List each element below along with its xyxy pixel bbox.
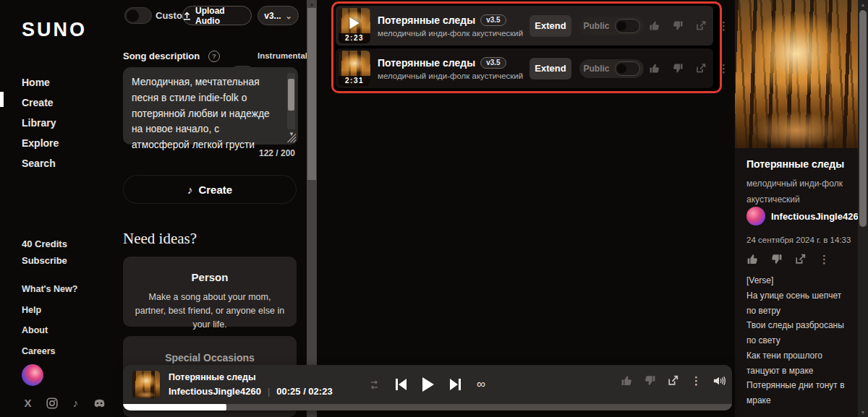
progress-bar[interactable] [123, 404, 732, 410]
textarea-scrollbar[interactable] [287, 73, 295, 129]
about-link[interactable]: About [22, 320, 77, 341]
tiktok-icon[interactable]: ♪ [69, 397, 82, 409]
duration-badge: 2:23 [339, 33, 370, 43]
song-thumbnail[interactable]: 2:23 [339, 8, 370, 43]
active-nav-indicator [0, 92, 4, 107]
player-time: 00:25 / 02:23 [276, 386, 332, 397]
share-icon[interactable] [694, 62, 707, 74]
song-description-value: Мелодичная, мечтательная песня в стиле i… [132, 74, 276, 153]
song-meta: Потерянные следы v3.5 мелодичный инди-фо… [378, 14, 522, 38]
author-name[interactable]: InfectiousJingle4260 [771, 211, 864, 222]
player-progress-fill [123, 404, 226, 410]
scrollbar-thumb[interactable] [288, 79, 294, 111]
upload-audio-label: Upload Audio [195, 6, 251, 26]
kebab-menu-icon[interactable]: ⋮ [818, 253, 830, 265]
infinity-icon[interactable]: ∞ [477, 377, 485, 392]
thumbs-up-icon[interactable] [746, 253, 759, 265]
play-icon[interactable] [350, 17, 359, 29]
play-button[interactable] [422, 377, 434, 392]
public-toggle[interactable] [615, 19, 640, 33]
song-title[interactable]: Потерянные следы [378, 57, 475, 69]
instagram-icon[interactable] [46, 397, 58, 409]
kebab-menu-icon[interactable]: ⋮ [718, 20, 730, 32]
share-icon[interactable] [667, 374, 679, 387]
sidebar-nav: Home Create Library Explore Search [22, 72, 59, 173]
scrollbar-thumb[interactable] [307, 8, 316, 180]
share-icon[interactable] [694, 20, 707, 32]
version-label: v3... [264, 11, 281, 21]
sidebar-item-create[interactable]: Create [22, 93, 59, 113]
idea-card-title: Person [123, 271, 297, 283]
thumbs-up-icon[interactable] [648, 20, 660, 32]
subscribe-link[interactable]: Subscribe [22, 255, 67, 266]
share-icon[interactable] [794, 253, 807, 265]
song-meta: Потерянные следы v3.5 мелодичный инди-фо… [378, 57, 522, 80]
song-description-input[interactable]: Мелодичная, мечтательная песня в стиле i… [123, 67, 298, 145]
thumbs-down-icon[interactable] [644, 374, 656, 387]
avatar[interactable] [22, 364, 43, 386]
create-button[interactable]: ♪ Create [123, 175, 297, 204]
song-row[interactable]: 2:31 Потерянные следы v3.5 мелодичный ин… [336, 48, 713, 88]
upload-icon [183, 12, 191, 20]
create-button-label: Create [198, 184, 232, 196]
kebab-menu-icon[interactable]: ⋮ [718, 62, 730, 74]
details-scrollbar[interactable]: ▲ ▼ [858, 0, 868, 417]
idea-card-description: Make a song about your mom, partner, bes… [134, 291, 286, 331]
custom-toggle[interactable] [124, 7, 152, 24]
scroll-up-icon[interactable]: ▲ [307, 1, 317, 7]
extend-button[interactable]: Extend [529, 58, 571, 79]
scroll-down-icon[interactable]: ▼ [858, 410, 868, 415]
player-artist[interactable]: InfectiousJingle4260 [169, 386, 261, 397]
author-avatar[interactable] [746, 207, 765, 225]
version-dropdown[interactable]: v3... ⌄ [258, 6, 299, 25]
page-scrollbar[interactable]: ▲ [307, 0, 317, 417]
idea-card-person[interactable]: Person Make a song about your mom, partn… [123, 257, 297, 327]
details-style: мелодичный инди-фолк акустический [746, 176, 846, 207]
whats-new-link[interactable]: What's New? [22, 279, 77, 300]
need-ideas-heading: Need ideas? [123, 230, 197, 248]
song-thumbnail[interactable]: 2:31 [339, 51, 370, 86]
song-artwork[interactable] [735, 0, 858, 148]
scrollbar-thumb[interactable] [859, 10, 867, 227]
skip-forward-icon[interactable] [449, 378, 461, 391]
kebab-menu-icon[interactable]: ⋮ [690, 374, 702, 387]
sidebar-item-home[interactable]: Home [22, 72, 59, 93]
help-icon[interactable]: ? [208, 51, 220, 62]
player-controls: ∞ [369, 371, 485, 398]
scroll-up-icon[interactable]: ▲ [858, 2, 868, 7]
instrumental-label: Instrumental [258, 51, 307, 60]
discord-icon[interactable] [93, 397, 106, 409]
divider: | [268, 386, 270, 397]
creation-date: 24 сентября 2024 г. в 14:33 [746, 236, 851, 244]
player-song-title[interactable]: Потерянные следы [169, 372, 256, 382]
sidebar-links: What's New? Help About Careers [22, 279, 77, 361]
public-toggle[interactable] [615, 61, 640, 76]
player-thumbnail[interactable] [132, 371, 160, 398]
suno-logo[interactable]: SUNO [22, 19, 87, 41]
careers-link[interactable]: Careers [22, 341, 77, 362]
sidebar-item-explore[interactable]: Explore [22, 133, 59, 153]
player-bar: Потерянные следы InfectiousJingle4260 | … [123, 365, 732, 410]
thumbs-down-icon[interactable] [770, 253, 783, 265]
resize-handle[interactable] [287, 134, 296, 142]
thumbs-down-icon[interactable] [671, 20, 684, 32]
thumbs-up-icon[interactable] [648, 62, 660, 74]
song-description-label: Song description [123, 51, 200, 61]
volume-icon[interactable] [713, 374, 726, 387]
thumbs-down-icon[interactable] [671, 62, 684, 74]
upload-audio-button[interactable]: Upload Audio [182, 6, 252, 25]
player-info-line: InfectiousJingle4260 | 00:25 / 02:23 [169, 386, 333, 397]
song-row[interactable]: 2:23 Потерянные следы v3.5 мелодичный ин… [336, 6, 713, 46]
player-actions: ⋮ [621, 374, 726, 387]
queue-loop-icon[interactable] [369, 379, 380, 390]
skip-back-icon[interactable] [395, 378, 407, 391]
sidebar-item-search[interactable]: Search [22, 153, 59, 173]
extend-button[interactable]: Extend [529, 15, 571, 37]
help-link[interactable]: Help [22, 300, 77, 321]
x-icon[interactable]: X [22, 397, 34, 409]
thumbs-up-icon[interactable] [621, 374, 633, 387]
idea-card-title: Special Occasions [123, 352, 297, 364]
lyrics-text: [Verse] На улице осень шепчет по ветру Т… [746, 273, 848, 417]
sidebar-item-library[interactable]: Library [22, 113, 59, 133]
song-title[interactable]: Потерянные следы [378, 14, 475, 26]
